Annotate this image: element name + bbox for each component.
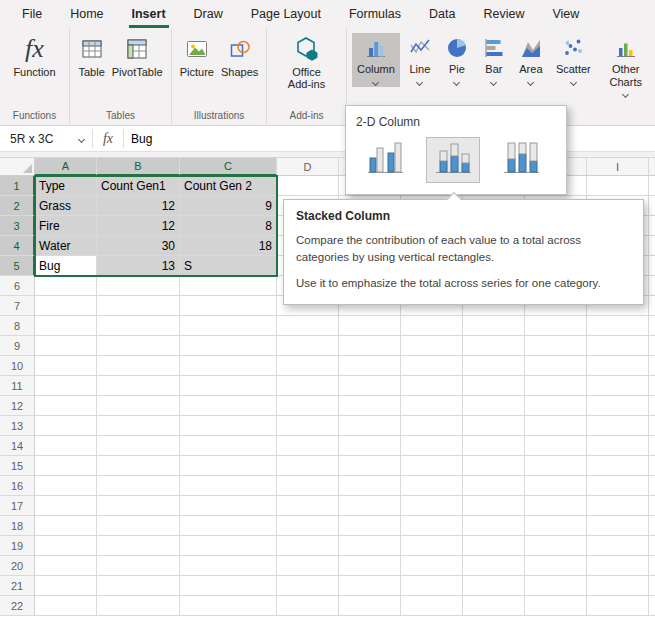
cell-B17[interactable] — [97, 496, 180, 516]
cell-A18[interactable] — [35, 516, 97, 536]
cell-C1[interactable]: Count Gen 2 — [180, 176, 277, 196]
row-header-17[interactable]: 17 — [0, 496, 35, 516]
cell-F20[interactable] — [401, 556, 463, 576]
cell-G11[interactable] — [463, 376, 525, 396]
cell-E13[interactable] — [339, 416, 401, 436]
cell-A7[interactable] — [35, 296, 97, 316]
table-button[interactable]: Table — [75, 33, 107, 81]
cell-G12[interactable] — [463, 396, 525, 416]
row-header-12[interactable]: 12 — [0, 396, 35, 416]
cell-B5[interactable]: 13 — [97, 256, 180, 276]
area-button[interactable]: Area — [514, 33, 548, 87]
cell-J19[interactable] — [649, 536, 655, 556]
cell-G17[interactable] — [463, 496, 525, 516]
cell-I17[interactable] — [587, 496, 649, 516]
cell-C22[interactable] — [180, 596, 277, 616]
cell-J22[interactable] — [649, 596, 655, 616]
scatter-button[interactable]: Scatter — [551, 33, 596, 87]
row-header-21[interactable]: 21 — [0, 576, 35, 596]
cell-F14[interactable] — [401, 436, 463, 456]
cell-D15[interactable] — [277, 456, 339, 476]
cell-B20[interactable] — [97, 556, 180, 576]
cell-A13[interactable] — [35, 416, 97, 436]
cell-G18[interactable] — [463, 516, 525, 536]
cell-J7[interactable] — [649, 296, 655, 316]
row-header-19[interactable]: 19 — [0, 536, 35, 556]
cell-F9[interactable] — [401, 336, 463, 356]
cell-A15[interactable] — [35, 456, 97, 476]
tab-draw[interactable]: Draw — [180, 0, 237, 28]
tab-formulas[interactable]: Formulas — [335, 0, 415, 28]
cell-J16[interactable] — [649, 476, 655, 496]
cell-J10[interactable] — [649, 356, 655, 376]
row-header-15[interactable]: 15 — [0, 456, 35, 476]
row-header-22[interactable]: 22 — [0, 596, 35, 616]
cell-C19[interactable] — [180, 536, 277, 556]
cell-I11[interactable] — [587, 376, 649, 396]
row-header-18[interactable]: 18 — [0, 516, 35, 536]
cell-A22[interactable] — [35, 596, 97, 616]
column-header-c[interactable]: C — [180, 158, 277, 176]
cell-A3[interactable]: Fire — [35, 216, 97, 236]
cell-A8[interactable] — [35, 316, 97, 336]
cell-E17[interactable] — [339, 496, 401, 516]
cell-B9[interactable] — [97, 336, 180, 356]
cell-G9[interactable] — [463, 336, 525, 356]
cell-I18[interactable] — [587, 516, 649, 536]
cell-B1[interactable]: Count Gen1 — [97, 176, 180, 196]
cell-D10[interactable] — [277, 356, 339, 376]
cell-E18[interactable] — [339, 516, 401, 536]
cell-H22[interactable] — [525, 596, 587, 616]
cell-H8[interactable] — [525, 316, 587, 336]
office-addins-button[interactable]: Office Add-ins — [278, 33, 336, 93]
picture-button[interactable]: Picture — [177, 33, 217, 81]
cell-F21[interactable] — [401, 576, 463, 596]
cell-E15[interactable] — [339, 456, 401, 476]
cell-D21[interactable] — [277, 576, 339, 596]
cell-I21[interactable] — [587, 576, 649, 596]
tab-insert[interactable]: Insert — [118, 0, 180, 28]
cell-G16[interactable] — [463, 476, 525, 496]
cell-A14[interactable] — [35, 436, 97, 456]
cell-I14[interactable] — [587, 436, 649, 456]
cell-A4[interactable]: Water — [35, 236, 97, 256]
cell-C8[interactable] — [180, 316, 277, 336]
cell-G15[interactable] — [463, 456, 525, 476]
function-button[interactable]: fx Function — [10, 33, 58, 81]
cell-B16[interactable] — [97, 476, 180, 496]
cell-B7[interactable] — [97, 296, 180, 316]
bar-button[interactable]: Bar — [477, 33, 511, 87]
cell-I12[interactable] — [587, 396, 649, 416]
cell-A21[interactable] — [35, 576, 97, 596]
tab-home[interactable]: Home — [56, 0, 117, 28]
cell-I13[interactable] — [587, 416, 649, 436]
line-button[interactable]: Line — [403, 33, 437, 87]
cell-E8[interactable] — [339, 316, 401, 336]
cell-G14[interactable] — [463, 436, 525, 456]
row-header-6[interactable]: 6 — [0, 276, 35, 296]
cell-B21[interactable] — [97, 576, 180, 596]
cell-B2[interactable]: 12 — [97, 196, 180, 216]
stacked-column-option[interactable] — [426, 137, 480, 183]
cell-H13[interactable] — [525, 416, 587, 436]
cell-E16[interactable] — [339, 476, 401, 496]
cell-A2[interactable]: Grass — [35, 196, 97, 216]
cell-C7[interactable] — [180, 296, 277, 316]
row-header-1[interactable]: 1 — [0, 176, 35, 196]
cell-C15[interactable] — [180, 456, 277, 476]
row-header-14[interactable]: 14 — [0, 436, 35, 456]
cell-C10[interactable] — [180, 356, 277, 376]
cell-C20[interactable] — [180, 556, 277, 576]
cell-D19[interactable] — [277, 536, 339, 556]
cell-D20[interactable] — [277, 556, 339, 576]
row-header-13[interactable]: 13 — [0, 416, 35, 436]
tab-page-layout[interactable]: Page Layout — [237, 0, 335, 28]
cell-I20[interactable] — [587, 556, 649, 576]
cell-B14[interactable] — [97, 436, 180, 456]
cell-I19[interactable] — [587, 536, 649, 556]
cell-H19[interactable] — [525, 536, 587, 556]
cell-G20[interactable] — [463, 556, 525, 576]
cell-A12[interactable] — [35, 396, 97, 416]
cell-D1[interactable] — [277, 176, 339, 196]
cell-J13[interactable] — [649, 416, 655, 436]
